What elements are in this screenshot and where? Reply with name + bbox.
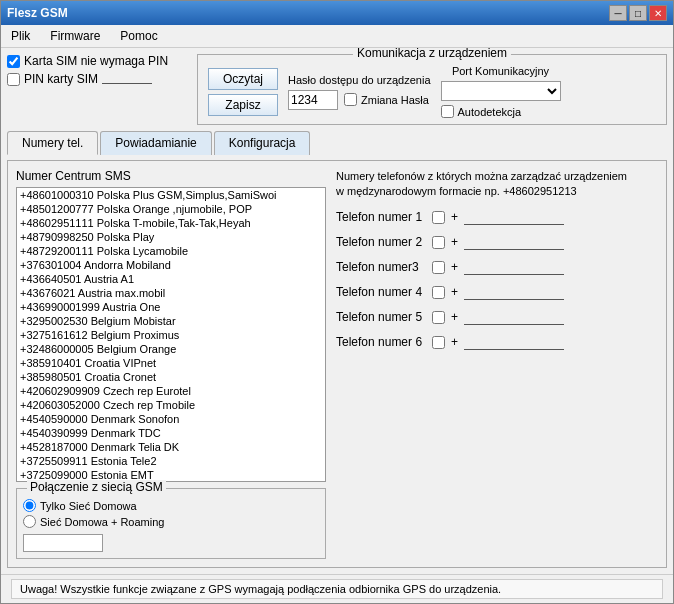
pol-radio-2[interactable] <box>23 515 36 528</box>
sms-list-item[interactable]: +420603052000 Czech rep Tmobile <box>17 398 325 412</box>
sms-list-item[interactable]: +48729200111 Polska Lycamobile <box>17 244 325 258</box>
phone-row-6: Telefon numer 6 + <box>336 335 658 350</box>
sms-list-item[interactable]: +3275161612 Belgium Proximus <box>17 328 325 342</box>
menu-plik[interactable]: Plik <box>5 27 36 45</box>
phone-input-6[interactable] <box>464 335 564 350</box>
phone-input-2[interactable] <box>464 235 564 250</box>
karta-sim-checkbox[interactable] <box>7 55 20 68</box>
polaczenie-box: Połączenie z siecią GSM Tylko Sieć Domow… <box>16 488 326 559</box>
sms-list-item[interactable]: +32486000005 Belgium Orange <box>17 342 325 356</box>
phone-input-3[interactable] <box>464 260 564 275</box>
sms-list-item[interactable]: +4540390999 Denmark TDC <box>17 426 325 440</box>
pol-add-row <box>23 534 319 552</box>
write-button[interactable]: Zapisz <box>208 94 278 116</box>
sms-list-item[interactable]: +4540590000 Denmark Sonofon <box>17 412 325 426</box>
status-inner: Uwaga! Wszystkie funkcje związane z GPS … <box>11 579 663 599</box>
pol-add-input[interactable] <box>23 534 103 552</box>
tab-content: Numer Centrum SMS +48601000310 Polska Pl… <box>7 160 667 568</box>
close-button[interactable]: ✕ <box>649 5 667 21</box>
phone-plus-2: + <box>451 235 458 249</box>
sms-list-item[interactable]: +385980501 Croatia Cronet <box>17 370 325 384</box>
pol-radios: Tylko Sieć Domowa Sieć Domowa + Roaming <box>23 499 319 528</box>
phone-label-1: Telefon numer 1 <box>336 210 426 224</box>
autod-checkbox[interactable] <box>441 105 454 118</box>
title-bar: Flesz GSM ─ □ ✕ <box>1 1 673 25</box>
sms-list-item[interactable]: +420602909909 Czech rep Eurotel <box>17 384 325 398</box>
menu-firmware[interactable]: Firmware <box>44 27 106 45</box>
kom-buttons: Oczytaj Zapisz <box>208 68 278 116</box>
phone-row-1: Telefon numer 1 + <box>336 210 658 225</box>
menu-pomoc[interactable]: Pomoc <box>114 27 163 45</box>
sms-list[interactable]: +48601000310 Polska Plus GSM,Simplus,Sam… <box>16 187 326 482</box>
port-section: Port Komunikacyjny Autodetekcja <box>441 65 561 118</box>
sms-list-item[interactable]: +43676021 Austria max.mobil <box>17 286 325 300</box>
maximize-button[interactable]: □ <box>629 5 647 21</box>
karta-sim-row: Karta SIM nie wymaga PIN <box>7 54 187 68</box>
sms-list-item[interactable]: +48501200777 Polska Orange ,njumobile, P… <box>17 202 325 216</box>
sms-list-item[interactable]: +376301004 Andorra Mobiland <box>17 258 325 272</box>
karta-sim-label: Karta SIM nie wymaga PIN <box>24 54 168 68</box>
pol-radio-1-label: Tylko Sieć Domowa <box>40 500 137 512</box>
window-controls: ─ □ ✕ <box>609 5 667 21</box>
phones-panel: Numery telefonów z których można zarządz… <box>336 169 658 559</box>
status-bar: Uwaga! Wszystkie funkcje związane z GPS … <box>1 574 673 603</box>
sms-list-item[interactable]: +48602951111 Polska T-mobile,Tak-Tak,Hey… <box>17 216 325 230</box>
main-content: Karta SIM nie wymaga PIN PIN karty SIM K… <box>1 48 673 574</box>
phone-checkbox-3[interactable] <box>432 261 445 274</box>
phone-input-4[interactable] <box>464 285 564 300</box>
haslo-label: Hasło dostępu do urządzenia <box>288 74 430 86</box>
port-select[interactable] <box>441 81 561 101</box>
phone-label-3: Telefon numer3 <box>336 260 426 274</box>
sms-list-item[interactable]: +385910401 Croatia VIPnet <box>17 356 325 370</box>
phone-plus-5: + <box>451 310 458 324</box>
phone-checkbox-5[interactable] <box>432 311 445 324</box>
read-button[interactable]: Oczytaj <box>208 68 278 90</box>
phone-plus-3: + <box>451 260 458 274</box>
sms-list-item[interactable]: +436990001999 Austria One <box>17 300 325 314</box>
tabs-bar: Numery tel. Powiadamianie Konfiguracja <box>7 131 667 155</box>
menu-bar: Plik Firmware Pomoc <box>1 25 673 48</box>
sms-list-item[interactable]: +48601000310 Polska Plus GSM,Simplus,Sam… <box>17 188 325 202</box>
komunikacja-box: Komunikacja z urządzeniem Oczytaj Zapisz… <box>197 54 667 125</box>
minimize-button[interactable]: ─ <box>609 5 627 21</box>
tab-powiadamianie[interactable]: Powiadamianie <box>100 131 211 155</box>
sim-section: Karta SIM nie wymaga PIN PIN karty SIM <box>7 54 187 86</box>
phone-input-1[interactable] <box>464 210 564 225</box>
status-text: Uwaga! Wszystkie funkcje związane z GPS … <box>20 583 501 595</box>
pin-line <box>102 74 152 84</box>
window-title: Flesz GSM <box>7 6 68 20</box>
haslo-input[interactable] <box>288 90 338 110</box>
sms-list-item[interactable]: +48790998250 Polska Play <box>17 230 325 244</box>
phone-label-5: Telefon numer 5 <box>336 310 426 324</box>
phone-row-5: Telefon numer 5 + <box>336 310 658 325</box>
autod-label: Autodetekcja <box>458 106 522 118</box>
pol-radio-1[interactable] <box>23 499 36 512</box>
sms-list-item[interactable]: +3295002530 Belgium Mobistar <box>17 314 325 328</box>
pin-row: PIN karty SIM <box>7 72 187 86</box>
polaczenie-title: Połączenie z siecią GSM <box>27 480 166 494</box>
sms-panel-title: Numer Centrum SMS <box>16 169 326 183</box>
phone-checkbox-1[interactable] <box>432 211 445 224</box>
phone-checkbox-2[interactable] <box>432 236 445 249</box>
phone-label-2: Telefon numer 2 <box>336 235 426 249</box>
phones-desc-line1: Numery telefonów z których można zarządz… <box>336 170 627 182</box>
pol-radio-1-row: Tylko Sieć Domowa <box>23 499 319 512</box>
tab-numery[interactable]: Numery tel. <box>7 131 98 155</box>
phone-label-6: Telefon numer 6 <box>336 335 426 349</box>
haslo-section: Hasło dostępu do urządzenia Zmiana Hasła <box>288 74 430 110</box>
kom-inner: Oczytaj Zapisz Hasło dostępu do urządzen… <box>208 65 656 118</box>
sms-list-item[interactable]: +4528187000 Denmark Telia DK <box>17 440 325 454</box>
sms-list-item[interactable]: +3725509911 Estonia Tele2 <box>17 454 325 468</box>
phone-input-5[interactable] <box>464 310 564 325</box>
tab-konfiguracja[interactable]: Konfiguracja <box>214 131 311 155</box>
phone-checkbox-6[interactable] <box>432 336 445 349</box>
phone-checkbox-4[interactable] <box>432 286 445 299</box>
zmiana-hasla-checkbox[interactable] <box>344 93 357 106</box>
zmiana-hasla-label: Zmiana Hasła <box>361 94 429 106</box>
pol-radio-2-row: Sieć Domowa + Roaming <box>23 515 319 528</box>
phone-plus-1: + <box>451 210 458 224</box>
zmiana-row: Zmiana Hasła <box>344 93 429 106</box>
sms-list-item[interactable]: +436640501 Austria A1 <box>17 272 325 286</box>
phone-plus-4: + <box>451 285 458 299</box>
pin-karty-checkbox[interactable] <box>7 73 20 86</box>
